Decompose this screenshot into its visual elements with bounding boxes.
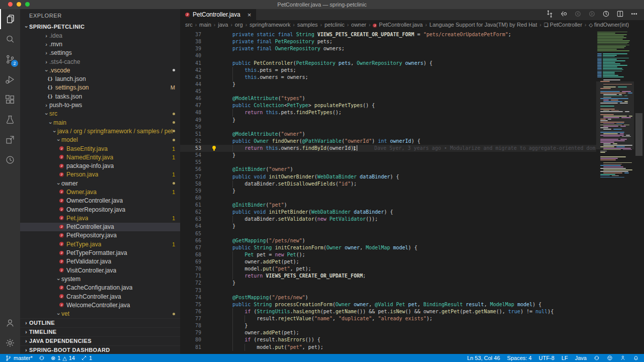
test-beaker-icon[interactable] (0, 110, 20, 130)
sidebar-section-java-dependencies[interactable]: ›JAVA DEPENDENCIES (20, 336, 180, 345)
tree-item[interactable]: ›java / org / springframework / samples … (20, 127, 180, 135)
code-line[interactable]: 74 @PostMapping("/pets/new") (180, 294, 596, 301)
next-change-icon[interactable] (588, 10, 596, 20)
code-line[interactable]: 78 } (180, 322, 596, 329)
code-line[interactable]: 61 @InitBinder("pet") (180, 202, 596, 209)
tree-item[interactable]: JBaseEntity.java1 (20, 144, 180, 153)
code-line[interactable]: 52 public Owner findOwner(@PathVariable(… (180, 138, 596, 145)
code-line[interactable]: 51 @ModelAttribute("owner") (180, 131, 596, 138)
code-line[interactable]: 49 } (180, 117, 596, 124)
code-line[interactable]: 67 public String initCreationForm(Owner … (180, 244, 596, 251)
code-line[interactable]: 60 (180, 195, 596, 202)
code-line[interactable]: 72 } (180, 280, 596, 287)
close-window-button[interactable] (8, 2, 13, 7)
code-line[interactable]: 77 result.rejectValue("name", "duplicate… (180, 315, 596, 322)
file-history-icon[interactable] (602, 10, 610, 20)
sidebar-section-timeline[interactable]: ›TIMELINE (20, 327, 180, 336)
tree-item[interactable]: ›.settings (20, 49, 180, 57)
breadcrumb-item[interactable]: java (218, 22, 228, 28)
tree-item[interactable]: JPetValidator.java (20, 257, 180, 266)
code-line[interactable]: 79 owner.addPet(pet); (180, 329, 596, 336)
sidebar-section-outline[interactable]: ›OUTLINE (20, 318, 180, 327)
breadcrumb[interactable]: src›main›java›org›springframework›sample… (180, 20, 644, 29)
tree-item[interactable]: ›vet (20, 310, 180, 318)
cursor-position-item[interactable]: Ln 53, Col 46 (467, 355, 500, 361)
explorer-icon[interactable] (0, 9, 20, 29)
previous-change-icon[interactable] (574, 10, 582, 20)
git-branch-item[interactable]: master* (5, 355, 33, 361)
source-control-icon[interactable]: 2 (0, 49, 20, 69)
code-line[interactable]: 46 @ModelAttribute("types") (180, 95, 596, 102)
code-line[interactable]: 56 @InitBinder("owner") (180, 166, 596, 173)
code-line[interactable]: 55 (180, 159, 596, 166)
code-line[interactable]: 59 } (180, 188, 596, 195)
breadcrumb-item[interactable]: main (199, 22, 211, 28)
notifications-bell-icon[interactable] (633, 355, 639, 361)
tree-item[interactable]: JOwnerController.java (20, 197, 180, 205)
feedback-smiley-icon[interactable] (607, 355, 613, 361)
code-line[interactable]: 62 public void initPetBinder(WebDataBind… (180, 209, 596, 216)
tree-item[interactable]: ›system (20, 275, 180, 283)
breadcrumb-item[interactable]: JPetController.java (373, 22, 423, 28)
breadcrumb-item[interactable]: src (185, 22, 193, 28)
tree-item[interactable]: JPet.java1 (20, 214, 180, 222)
breadcrumb-item[interactable]: Language Support for Java(TM) by Red Hat (430, 22, 537, 28)
tree-item[interactable]: JPetRepository.java (20, 231, 180, 240)
code-line[interactable]: 45 (180, 88, 596, 95)
tasks-item[interactable]: 1 (81, 355, 92, 361)
tree-item[interactable]: JCacheConfiguration.java (20, 284, 180, 292)
minimize-window-button[interactable] (17, 2, 21, 7)
code-line[interactable]: 63 dataBinder.setValidator(new PetValida… (180, 216, 596, 223)
code-line[interactable]: 48 return this.pets.findPetTypes(); (180, 109, 596, 116)
tree-item[interactable]: JOwner.java1 (20, 188, 180, 196)
breadcrumb-item[interactable]: ◇findOwner(int) (589, 22, 629, 28)
breadcrumb-item[interactable]: springframework (250, 22, 290, 28)
code-line[interactable]: 76 if (StringUtils.hasLength(pet.getName… (180, 308, 596, 315)
problems-item[interactable]: ⊗ 1 △ 14 (51, 355, 75, 361)
breadcrumb-item[interactable]: owner (351, 22, 366, 28)
tree-item[interactable]: JPerson.java1 (20, 170, 180, 179)
open-changes-icon[interactable] (546, 10, 553, 20)
code-line[interactable]: 38 private final PetRepository pets; (180, 38, 596, 45)
code-line[interactable]: 53 return this.owners.findById(ownerId);… (180, 145, 596, 152)
search-icon[interactable] (0, 29, 20, 49)
accounts-icon[interactable] (0, 313, 20, 333)
close-tab-icon[interactable]: × (248, 11, 252, 19)
project-section-header[interactable]: › SPRING-PETCLINIC (20, 22, 180, 31)
code-line[interactable]: 44 } (180, 81, 596, 88)
window-controls[interactable] (8, 2, 30, 7)
tree-item[interactable]: ›.sts4-cache (20, 57, 180, 66)
tree-item[interactable]: ›main (20, 118, 180, 127)
code-line[interactable]: 40 (180, 52, 596, 59)
code-line[interactable]: 39 private final OwnerRepository owners; (180, 45, 596, 52)
breadcrumb-item[interactable]: org (235, 22, 243, 28)
settings-gear-icon[interactable] (0, 333, 20, 353)
tab-petcontroller[interactable]: J PetController.java × (180, 9, 256, 20)
code-line[interactable]: 43 this.owners = owners; (180, 74, 596, 81)
split-editor-icon[interactable] (616, 10, 624, 20)
code-line[interactable]: 66 @GetMapping("/pets/new") (180, 237, 596, 244)
scrollbar-thumb[interactable] (635, 113, 642, 156)
indentation-item[interactable]: Spaces: 4 (507, 355, 532, 361)
tree-item[interactable]: ›push-to-pws (20, 101, 180, 109)
code-line[interactable]: 73 (180, 287, 596, 294)
tree-item[interactable]: Jpackage-info.java (20, 161, 180, 170)
java-status-sync-icon[interactable] (594, 355, 600, 361)
encoding-item[interactable]: UTF-8 (539, 355, 554, 361)
code-line[interactable]: 58 dataBinder.setDisallowedFields("id"); (180, 180, 596, 188)
code-line[interactable]: 68 Pet pet = new Pet(); (180, 251, 596, 258)
code-line[interactable]: 81 model.put("pet", pet); (180, 344, 596, 351)
code-line[interactable]: 57 public void initOwnerBinder(WebDataBi… (180, 173, 596, 180)
tree-item[interactable]: ›.vscode (20, 66, 180, 74)
tree-item[interactable]: ›model (20, 136, 180, 144)
code-area[interactable]: 37 private static final String VIEWS_PET… (180, 31, 596, 351)
sidebar-section-spring-boot-dashboard[interactable]: ›SPRING-BOOT DASHBOARD (20, 345, 180, 354)
spring-boot-dashboard-icon[interactable] (0, 150, 20, 170)
code-line[interactable]: 54 } (180, 152, 596, 159)
eol-item[interactable]: LF (561, 355, 568, 361)
tree-item[interactable]: JWelcomeController.java (20, 301, 180, 309)
code-line[interactable]: 41 public PetController(PetRepository pe… (180, 60, 596, 67)
extensions-icon[interactable] (0, 89, 20, 110)
compare-with-previous-icon[interactable] (560, 10, 568, 20)
code-line[interactable]: 37 private static final String VIEWS_PET… (180, 31, 596, 38)
